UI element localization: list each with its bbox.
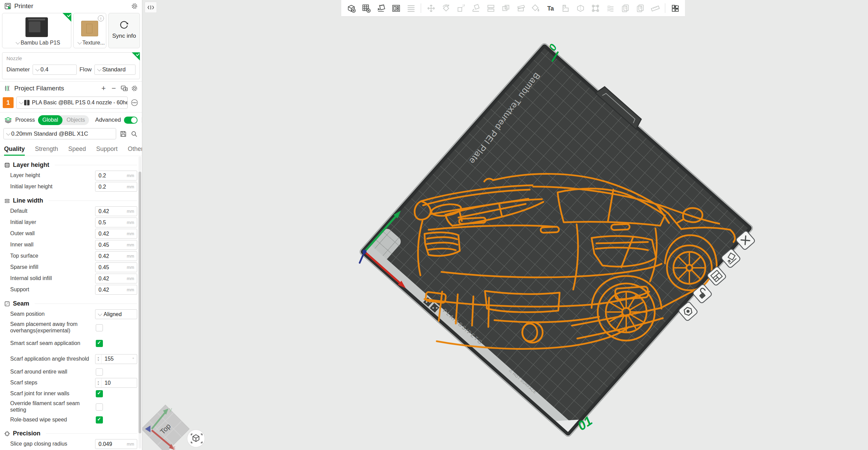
line-width-initial-input[interactable]: 0.5mm [95,218,137,227]
scarf-angle-spinner[interactable]: ▲▼155° [95,354,137,364]
orientation-gizmo[interactable]: Top y x [142,405,189,450]
scope-global[interactable]: Global [38,115,62,125]
line-width-internal-solid-input[interactable]: 0.42mm [95,274,137,283]
filament-more-icon[interactable] [130,99,139,107]
seam-painting-button[interactable]: P [634,2,647,15]
layer-height-input[interactable]: 0.2mm [95,171,137,180]
tab-quality[interactable]: Quality [4,145,25,156]
variable-layer-height-button[interactable] [604,2,617,15]
sidebar-collapse-button[interactable] [145,2,157,13]
line-width-sparse-infill-input[interactable]: 0.45mm [95,262,137,272]
filament-select[interactable]: PLA Basic @BBL P1S 0.4 nozzle - 60heatbe… [16,97,128,109]
split-to-objects-button[interactable] [484,2,497,15]
fuzzy-skin-button[interactable] [589,2,602,15]
scarf-entire-wall-checkbox[interactable] [96,368,103,376]
build-plate-scene[interactable]: PLA/ABS/PETG ⚠ HOT SURFACE Bambu Texture… [142,0,868,450]
tab-support[interactable]: Support [96,145,117,156]
split-to-parts-button[interactable] [499,2,512,15]
role-wipe-speed-checkbox[interactable] [96,416,103,423]
tab-speed[interactable]: Speed [68,145,86,156]
remove-filament-button[interactable]: − [110,84,117,93]
variable-layer-height-icon [606,4,615,13]
svg-text:0: 0 [625,6,627,10]
nozzle-flow-select[interactable]: Standard [94,65,135,75]
3d-viewport[interactable]: PLA/ABS/PETG ⚠ HOT SURFACE Bambu Texture… [142,0,868,450]
lay-on-face-button[interactable] [469,2,482,15]
plate-type-card[interactable]: i Texture... [73,13,106,48]
sidebar-scrollbar-thumb[interactable] [139,172,141,433]
scope-objects[interactable]: Objects [62,117,89,123]
tab-others[interactable]: Others [128,145,142,156]
nozzle-diameter-select[interactable]: 0.4 [33,65,77,75]
add-filament-button[interactable]: + [100,84,107,93]
scarf-inner-walls-checkbox[interactable] [96,390,103,397]
setting-label: Initial layer [10,219,95,226]
save-preset-icon[interactable] [120,130,127,138]
slice-gap-input[interactable]: 0.049mm [95,439,137,449]
measure-button[interactable] [649,2,662,15]
printer-model-card[interactable]: Bambu Lab P1S [2,13,71,48]
process-panel-title: Process [15,117,35,123]
move-button[interactable] [424,2,437,15]
line-width-default-input[interactable]: 0.42mm [95,206,137,216]
printer-selected-check-icon [62,13,71,22]
process-preset-name: 0.20mm Standard @BBL X1C [11,131,88,137]
ams-sync-icon[interactable] [120,84,128,92]
arrange-icon [392,4,401,13]
printer-model-label: Bambu Lab P1S [21,40,60,46]
split-to-objects-icon [486,4,495,13]
line-width-outer-wall-input[interactable]: 0.42mm [95,229,137,239]
advanced-toggle[interactable] [124,117,138,124]
precision-icon [4,431,10,437]
filament-settings-gear-icon[interactable] [131,85,138,92]
initial-layer-height-input[interactable]: 0.2mm [95,182,137,192]
chevron-down-icon [16,40,20,45]
nav-cube-button[interactable] [187,430,205,447]
cut-button[interactable] [514,2,527,15]
scarf-steps-spinner[interactable]: ▲▼10 [95,378,137,388]
arrange-button[interactable] [390,2,402,15]
line-width-inner-wall-input[interactable]: 0.45mm [95,240,137,250]
color-paint-button[interactable] [529,2,542,15]
auto-orient-button[interactable]: AUTO [375,2,387,15]
text-tool-button[interactable]: Ta [544,2,557,15]
plate-info-icon[interactable]: i [98,15,104,21]
process-preset-select[interactable]: 0.20mm Standard @BBL X1C [3,128,116,139]
seam-overhang-checkbox[interactable] [96,324,103,331]
sync-info-button[interactable]: Sync info [108,13,140,48]
assembly-view-button[interactable]: 0 [619,2,632,15]
setting-label: Scarf steps [10,380,95,386]
add-object-button[interactable] [345,2,358,15]
process-scope-toggle[interactable]: Global Objects [38,115,89,125]
line-width-support-input[interactable]: 0.42mm [95,285,137,295]
measure-icon [651,4,660,13]
split-to-parts-icon [501,4,510,13]
filaments-panel-title: Project Filaments [14,85,64,92]
mesh-boolean-button[interactable] [574,2,587,15]
line-width-top-surface-input[interactable]: 0.42mm [95,251,137,261]
add-plate-button[interactable] [360,2,373,15]
hollow-button[interactable] [559,2,572,15]
settings-sidebar: Printer Bambu Lab P1S i Texture... [0,0,142,450]
plugin-button[interactable] [669,2,682,15]
printer-settings-gear-icon[interactable] [131,3,138,10]
override-scarf-checkbox[interactable] [96,403,103,411]
tab-strength[interactable]: Strength [35,145,58,156]
object-list-button[interactable] [404,2,417,15]
nozzle-selected-check-icon [132,52,140,60]
build-plate[interactable]: PLA/ABS/PETG ⚠ HOT SURFACE [354,37,758,443]
object-list-icon [406,4,416,13]
rotate-button[interactable] [439,2,452,15]
seam-position-select[interactable]: Aligned [95,309,137,319]
nozzle-section: Nozzle Diameter 0.4 Flow Standard [2,52,140,79]
filament-slot-badge[interactable]: 1 [3,97,14,108]
cut-icon [516,4,525,13]
smart-scarf-checkbox[interactable] [96,340,103,347]
scale-button[interactable] [454,2,467,15]
filaments-panel-header: Project Filaments + − [0,82,142,95]
setting-label: Internal solid infill [10,275,95,282]
setting-label: Outer wall [10,230,95,237]
setting-label: Default [10,208,95,214]
sync-info-label: Sync info [112,33,136,39]
search-preset-icon[interactable] [130,130,138,138]
